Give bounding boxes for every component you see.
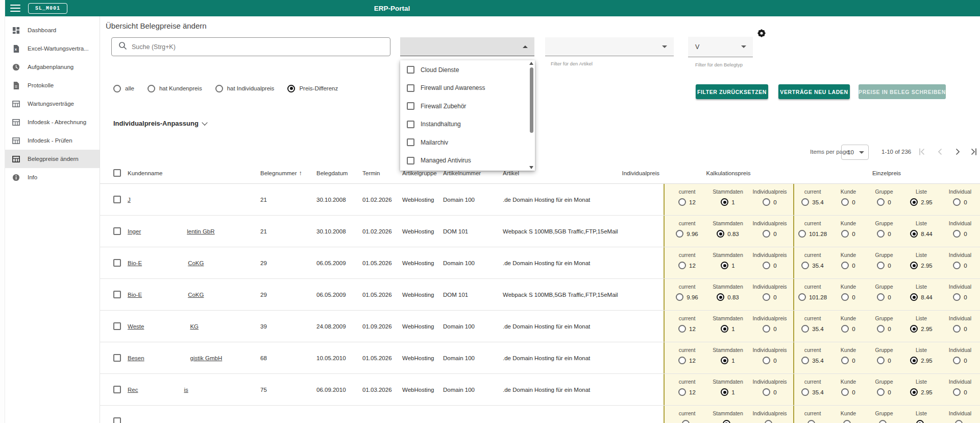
radio-icon[interactable] xyxy=(678,325,686,333)
kundenname-link[interactable]: gistik GmbH xyxy=(190,355,223,361)
radio-icon[interactable] xyxy=(717,230,724,238)
row-checkbox[interactable] xyxy=(113,196,121,203)
radio-icon[interactable] xyxy=(798,293,806,301)
dropdown-option-mailarchiv[interactable]: Mailarchiv xyxy=(400,133,535,152)
radio-icon[interactable] xyxy=(879,420,887,423)
header-belegnummer[interactable]: Belegnummer↑ xyxy=(260,170,316,177)
kundenname-link[interactable]: Rec xyxy=(128,387,138,393)
radio-icon[interactable] xyxy=(678,388,686,396)
checkbox-icon[interactable] xyxy=(407,102,414,110)
sidebar-item-excel-wartungsvertra[interactable]: xExcel-Wartungsvertra... xyxy=(5,39,100,58)
radio-icon[interactable] xyxy=(723,420,730,423)
scroll-up-icon[interactable] xyxy=(529,62,533,65)
radio-icon[interactable] xyxy=(676,230,683,238)
checkbox-icon[interactable] xyxy=(407,121,414,128)
radio-icon[interactable] xyxy=(763,388,770,396)
radio-icon[interactable] xyxy=(910,293,918,301)
radio-icon[interactable] xyxy=(682,420,690,423)
checkbox-icon[interactable] xyxy=(407,66,414,74)
artikelgruppe-select[interactable] xyxy=(400,37,534,56)
radio-icon[interactable] xyxy=(910,388,918,396)
dropdown-option-cloud-dienste[interactable]: Cloud Dienste xyxy=(400,61,535,79)
checkbox-icon[interactable] xyxy=(407,84,414,92)
app-badge[interactable]: SL_M001 xyxy=(28,3,67,14)
dropdown-option-managed-antivirus[interactable]: Managed Antivirus xyxy=(400,152,535,170)
radio-icon[interactable] xyxy=(841,293,849,301)
dropdown-option-instandhaltung[interactable]: Instandhaltung xyxy=(400,115,535,134)
kundenname-link[interactable]: Bio-E xyxy=(128,260,142,266)
radio-icon[interactable] xyxy=(877,198,885,206)
radio-icon[interactable] xyxy=(721,325,728,333)
row-checkbox[interactable] xyxy=(113,227,121,235)
kundenname-link[interactable]: CoKG xyxy=(188,260,204,266)
filter-radio-preis-differenz[interactable]: Preis-Differenz xyxy=(287,85,338,92)
items-per-page-select[interactable]: 10 xyxy=(841,145,869,160)
sidebar-item-aufgabenplanung[interactable]: Aufgabenplanung xyxy=(5,58,100,76)
belegtyp-filter-select[interactable]: V xyxy=(688,37,753,57)
radio-icon[interactable] xyxy=(910,357,918,364)
radio-icon[interactable] xyxy=(215,85,223,92)
gear-icon[interactable] xyxy=(756,28,767,39)
radio-icon[interactable] xyxy=(678,357,686,364)
radio-icon[interactable] xyxy=(841,388,849,396)
row-checkbox[interactable] xyxy=(113,386,121,393)
kundenname-link[interactable]: Weste xyxy=(128,323,144,330)
contracts-reload-button[interactable]: VERTRÄGE NEU LADEN xyxy=(778,84,850,99)
radio-icon[interactable] xyxy=(765,420,772,423)
radio-icon[interactable] xyxy=(953,293,961,301)
radio-icon[interactable] xyxy=(676,293,683,301)
sidebar-item-wartungsvertr-ge[interactable]: Wartungsverträge xyxy=(5,95,100,113)
radio-icon[interactable] xyxy=(721,262,728,269)
radio-icon[interactable] xyxy=(877,325,885,333)
radio-icon[interactable] xyxy=(953,325,961,333)
radio-icon[interactable] xyxy=(721,198,728,206)
radio-icon[interactable] xyxy=(721,357,728,364)
radio-icon[interactable] xyxy=(841,325,849,333)
radio-icon[interactable] xyxy=(916,420,924,423)
header-termin[interactable]: Termin xyxy=(362,170,402,176)
header-belegdatum[interactable]: Belegdatum xyxy=(316,170,362,176)
row-checkbox[interactable] xyxy=(113,322,121,330)
checkbox-icon[interactable] xyxy=(407,138,414,146)
radio-icon[interactable] xyxy=(953,230,961,238)
hamburger-icon[interactable] xyxy=(10,5,20,12)
dropdown-option-firewall-zubeh-r[interactable]: Firewall Zubehör xyxy=(400,97,535,115)
radio-icon[interactable] xyxy=(910,262,918,269)
radio-icon[interactable] xyxy=(910,325,918,333)
dropdown-option-firewall-und-awareness[interactable]: Firewall und Awareness xyxy=(400,79,535,98)
radio-icon[interactable] xyxy=(801,357,809,364)
radio-icon[interactable] xyxy=(763,293,770,301)
filter-reset-button[interactable]: FILTER ZURÜCKSETZEN xyxy=(696,84,768,99)
header-artikelnummer[interactable]: Artikelnummer xyxy=(443,170,503,176)
radio-icon[interactable] xyxy=(843,420,851,423)
radio-icon[interactable] xyxy=(678,262,686,269)
last-page-icon[interactable] xyxy=(969,147,979,157)
radio-icon[interactable] xyxy=(953,388,961,396)
radio-icon[interactable] xyxy=(953,357,961,364)
radio-icon[interactable] xyxy=(721,388,728,396)
radio-icon[interactable] xyxy=(953,198,961,206)
radio-icon[interactable] xyxy=(807,420,815,423)
header-artikelgruppe[interactable]: Artikelgruppe xyxy=(402,170,443,176)
radio-icon[interactable] xyxy=(910,230,918,238)
radio-icon[interactable] xyxy=(801,198,809,206)
radio-icon[interactable] xyxy=(877,293,885,301)
radio-icon[interactable] xyxy=(841,230,849,238)
write-prices-button[interactable]: PREISE IN BELEG SCHREIBEN xyxy=(859,84,946,99)
filter-radio-hat-individualpreis[interactable]: hat Individualpreis xyxy=(215,85,275,92)
filter-radio-alle[interactable]: alle xyxy=(113,85,134,92)
radio-icon[interactable] xyxy=(763,198,770,206)
radio-icon[interactable] xyxy=(953,262,961,269)
scroll-down-icon[interactable] xyxy=(529,166,533,169)
radio-icon[interactable] xyxy=(841,198,849,206)
kundenname-link[interactable]: is xyxy=(184,387,188,393)
radio-icon[interactable] xyxy=(801,325,809,333)
radio-icon[interactable] xyxy=(148,85,155,92)
row-checkbox[interactable] xyxy=(113,417,121,423)
radio-icon[interactable] xyxy=(801,388,809,396)
kundenname-link[interactable]: Bio-E xyxy=(128,292,142,298)
sidebar-item-belegpreise-ndern[interactable]: Belegpreise ändern xyxy=(5,150,100,168)
radio-icon[interactable] xyxy=(877,388,885,396)
kundenname-link[interactable]: Besen xyxy=(128,355,144,361)
radio-icon[interactable] xyxy=(113,85,121,92)
